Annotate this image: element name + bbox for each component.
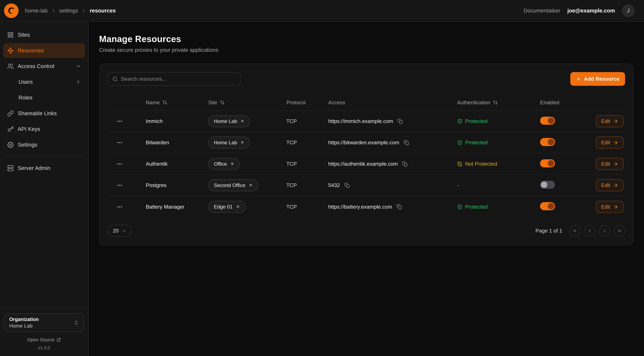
site-link-button[interactable]: Second Office: [208, 179, 258, 191]
next-page-button[interactable]: [599, 225, 610, 236]
breadcrumb-item-settings[interactable]: settings: [59, 8, 78, 14]
plus-icon: [576, 76, 581, 82]
edit-label: Edit: [601, 118, 610, 124]
sidebar-item-settings[interactable]: Settings: [3, 137, 85, 152]
auth-status: Protected: [457, 204, 540, 210]
chevron-down-icon: [76, 64, 81, 69]
header-name[interactable]: Name: [146, 100, 208, 106]
site-name: Second Office: [214, 182, 246, 188]
toggle-knob: [548, 203, 554, 210]
copy-icon: [398, 119, 403, 124]
page-size-value: 20: [113, 228, 118, 234]
sidebar-item-users[interactable]: Users: [3, 74, 85, 90]
org-selector[interactable]: Organization Home Lab: [4, 313, 84, 332]
row-menu-button[interactable]: [115, 202, 124, 212]
table-row: Immich Home Lab TCP https://immich.examp…: [108, 111, 625, 132]
external-link-icon: [56, 338, 61, 342]
enabled-toggle[interactable]: [540, 202, 555, 210]
page-subtitle: Create secure proxies to your private ap…: [99, 47, 634, 53]
resource-access: https://immich.example.com: [328, 118, 457, 125]
auth-label: Protected: [465, 118, 488, 124]
copy-button[interactable]: [344, 182, 350, 189]
previous-page-button[interactable]: [584, 225, 595, 236]
site-name: Office: [214, 161, 227, 167]
header-protocol-label: Protocol: [286, 100, 306, 106]
sidebar-item-shareable-links[interactable]: Shareable Links: [3, 106, 85, 121]
gear-icon: [7, 142, 14, 148]
edit-label: Edit: [601, 182, 610, 188]
edit-button[interactable]: Edit: [596, 115, 624, 127]
row-menu-button[interactable]: [115, 116, 124, 126]
chevron-left-icon: [587, 228, 592, 234]
copy-button[interactable]: [402, 160, 408, 168]
copy-button[interactable]: [397, 118, 404, 125]
auth-label: Not Protected: [465, 161, 497, 167]
sidebar-item-access-control[interactable]: Access Control: [3, 59, 85, 74]
header-enabled: Enabled: [540, 100, 596, 106]
breadcrumb-item-resources: resources: [90, 8, 116, 14]
first-page-button[interactable]: [569, 225, 580, 236]
sidebar-item-label: Shareable Links: [18, 110, 57, 116]
open-source-link[interactable]: Open Source: [4, 337, 84, 342]
resource-access: 5432: [328, 182, 457, 189]
site-link-button[interactable]: Edge 01: [208, 201, 246, 213]
sidebar-item-api-keys[interactable]: API Keys: [3, 122, 85, 136]
edit-button[interactable]: Edit: [596, 158, 624, 170]
row-menu-button[interactable]: [115, 159, 124, 169]
sidebar-item-sites[interactable]: Sites: [3, 28, 85, 42]
arrow-right-icon: [613, 119, 618, 124]
row-menu-button[interactable]: [115, 138, 124, 148]
copy-button[interactable]: [403, 139, 410, 146]
ellipsis-icon: [116, 139, 123, 146]
site-link-button[interactable]: Home Lab: [208, 136, 250, 148]
avatar[interactable]: J: [622, 5, 634, 17]
enabled-toggle[interactable]: [540, 159, 555, 168]
resources-toolbar: Add Resource: [108, 72, 625, 86]
resource-name: Battery Manager: [146, 204, 208, 210]
auth-status: -: [457, 182, 540, 188]
copy-button[interactable]: [396, 203, 402, 210]
edit-button[interactable]: Edit: [596, 179, 624, 191]
sidebar-item-resources[interactable]: Resources: [3, 43, 85, 58]
search-input[interactable]: [121, 76, 236, 82]
resource-name: Immich: [146, 118, 208, 124]
auth-label: Protected: [465, 204, 488, 210]
app-logo-icon[interactable]: [4, 4, 18, 18]
enabled-toggle[interactable]: [540, 138, 555, 146]
search-icon: [112, 76, 118, 82]
row-menu-button[interactable]: [115, 180, 124, 190]
copy-icon: [404, 140, 409, 145]
auth-status: Protected: [457, 118, 540, 124]
breadcrumb-item-home-lab[interactable]: home-lab: [25, 8, 48, 14]
sort-icon: [493, 100, 498, 105]
edit-button[interactable]: Edit: [596, 201, 624, 213]
sidebar-item-roles[interactable]: Roles: [3, 90, 85, 105]
page-title: Manage Resources: [99, 34, 634, 44]
edit-label: Edit: [601, 161, 610, 167]
arrow-up-right-icon: [248, 183, 253, 188]
header-authentication[interactable]: Authentication: [457, 100, 540, 106]
resource-protocol: TCP: [286, 204, 328, 210]
app-version: v1.3.0: [4, 345, 84, 350]
table-footer: 20 Page 1 of 1: [108, 225, 625, 237]
add-resource-button[interactable]: Add Resource: [570, 72, 625, 86]
page-size-select[interactable]: 20: [108, 225, 132, 237]
site-link-button[interactable]: Office: [208, 158, 240, 170]
header-site-label: Site: [208, 100, 217, 106]
enabled-toggle[interactable]: [540, 181, 555, 189]
access-url: https://bitwarden.example.com: [328, 140, 399, 146]
sidebar-item-server-admin[interactable]: Server Admin: [3, 161, 85, 176]
enabled-toggle[interactable]: [540, 117, 555, 125]
arrow-right-icon: [613, 204, 618, 210]
arrow-right-icon: [613, 140, 618, 145]
edit-button[interactable]: Edit: [596, 136, 624, 148]
documentation-link[interactable]: Documentation: [524, 8, 560, 14]
row-menu-cell: [108, 202, 146, 212]
row-menu-cell: [108, 138, 146, 148]
open-source-label: Open Source: [27, 337, 54, 342]
chevron-right-icon: [76, 79, 81, 84]
site-link-button[interactable]: Home Lab: [208, 115, 250, 127]
last-page-button[interactable]: [614, 225, 625, 236]
header-site[interactable]: Site: [208, 100, 286, 106]
sidebar: Sites Resources Access Control: [0, 22, 88, 356]
